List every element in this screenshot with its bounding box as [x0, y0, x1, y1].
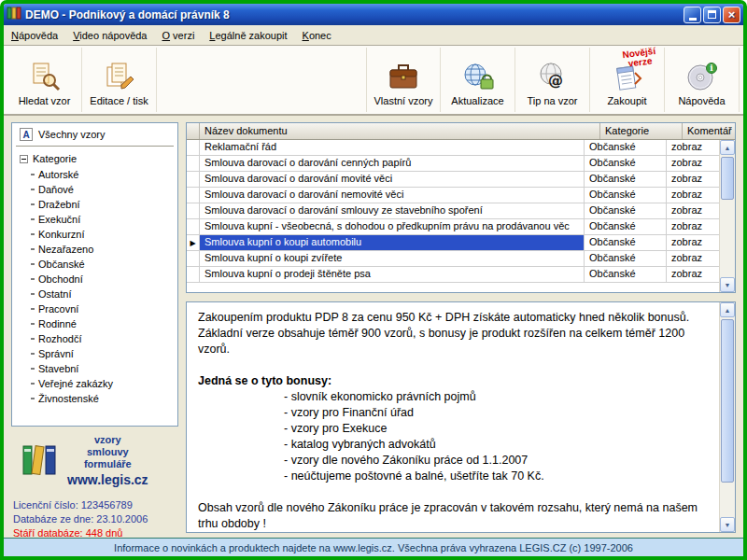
- window-controls: ×: [684, 7, 740, 23]
- table-row[interactable]: Smlouva darovací o darování smlouvy ze s…: [187, 203, 719, 219]
- header-gutter: [187, 123, 200, 139]
- cell-comment-link[interactable]: zobraz: [667, 156, 719, 171]
- row-gutter: [187, 267, 200, 282]
- status-bar: Informace o novinkách a produktech najde…: [4, 538, 743, 556]
- sidebar-item-spravni[interactable]: Správní: [14, 346, 176, 361]
- cell-document-name: Reklamační řád: [200, 140, 585, 155]
- cell-document-name: Smlouva darovací o darování nemovité věc…: [200, 188, 585, 203]
- sidebar-item-zivnostenske[interactable]: Živnostenské: [14, 391, 176, 406]
- scroll-thumb[interactable]: [721, 157, 734, 200]
- menu-item-legalne-zakoupit[interactable]: Legálně zakoupit: [202, 27, 294, 44]
- menu-item-konec[interactable]: Konec: [295, 27, 339, 44]
- cell-comment-link[interactable]: zobraz: [667, 235, 719, 250]
- books-logo-icon: [21, 440, 60, 483]
- sidebar-item-autorske[interactable]: Autorské: [14, 167, 176, 182]
- scroll-thumb[interactable]: [721, 319, 734, 483]
- header-category[interactable]: Kategorie: [600, 123, 683, 139]
- cell-comment-link[interactable]: zobraz: [667, 219, 719, 234]
- sidebar-item-pracovni[interactable]: Pracovní: [14, 301, 176, 316]
- minimize-button[interactable]: [684, 7, 701, 23]
- bonus-item: - vzory dle nového Zákoníku práce od 1.1…: [198, 453, 708, 469]
- sidebar-item-rozhodci[interactable]: Rozhodčí: [14, 331, 176, 346]
- sidebar-item-danove[interactable]: Daňové: [14, 182, 176, 197]
- sidebar-item-obcanske[interactable]: Občanské: [14, 257, 176, 272]
- maximize-button[interactable]: [703, 7, 721, 23]
- table-row[interactable]: Smlouva kupní - všeobecná, s dohodou o p…: [187, 219, 719, 235]
- table-row[interactable]: ▶Smlouva kupní o koupi automobiluObčansk…: [187, 235, 719, 251]
- toolbar-button-editace-tisk[interactable]: Editace / tisk: [82, 48, 157, 112]
- table-row[interactable]: Smlouva kupní o prodeji štěněte psaObčan…: [187, 267, 719, 283]
- info-panel: Zakoupením produktu PDP 8 za cenu 950 Kč…: [186, 301, 736, 533]
- toolbar-button-zakoupit[interactable]: Novější verze Zakoupit: [590, 48, 665, 112]
- row-gutter: [187, 188, 200, 203]
- header-comment[interactable]: Komentář: [683, 123, 735, 139]
- promo-paragraph-2: Obsah vzorů dle nového Zákoníku práce je…: [198, 500, 708, 532]
- collapse-icon[interactable]: [20, 155, 28, 163]
- cell-comment-link[interactable]: zobraz: [667, 188, 719, 203]
- sidebar-item-stavebni[interactable]: Stavební: [14, 361, 176, 376]
- table-row[interactable]: Smlouva kupní o koupi zvířeteObčanskézob…: [187, 251, 719, 267]
- info-scrollbar[interactable]: ▲ ▼: [719, 302, 735, 532]
- sidebar-item-konkurzni[interactable]: Konkurzní: [14, 227, 176, 242]
- toolbar-button-vlastni-vzory[interactable]: Vlastní vzory: [366, 48, 441, 112]
- sidebar-item-drazebni[interactable]: Dražební: [14, 197, 176, 212]
- cell-comment-link[interactable]: zobraz: [667, 203, 719, 218]
- license-info: Licenční číslo: 123456789 Databáze ze dn…: [11, 498, 178, 538]
- toolbar-button-napoveda[interactable]: i Nápověda: [665, 48, 740, 112]
- table-row[interactable]: Smlouva darovací o darování cenných papí…: [187, 156, 719, 172]
- sidebar-item-verejne-zakazky[interactable]: Veřejné zakázky: [14, 376, 176, 391]
- toolbar-button-tip-na-vzor[interactable]: @ Tip na vzor: [515, 48, 590, 112]
- row-gutter: [187, 156, 200, 171]
- legis-website-link[interactable]: www.legis.cz: [67, 472, 148, 487]
- left-sidebar: A Všechny vzory Kategorie AutorskéDaňové…: [11, 122, 178, 533]
- cell-comment-link[interactable]: zobraz: [667, 267, 719, 282]
- cell-comment-link[interactable]: zobraz: [667, 251, 719, 266]
- sidebar-item-rodinne[interactable]: Rodinné: [14, 316, 176, 331]
- database-age: Stáří databáze: 448 dnů: [13, 526, 178, 538]
- logo-word: formuláře: [84, 458, 132, 470]
- cell-comment-link[interactable]: zobraz: [667, 172, 719, 187]
- menu-item-napoveda[interactable]: Nápověda: [4, 27, 65, 44]
- scroll-track[interactable]: [720, 155, 735, 277]
- toolbar-button-label: Vlastní vzory: [374, 95, 433, 106]
- header-document-name[interactable]: Název dokumentu: [200, 123, 600, 139]
- menu-item-video-napoveda[interactable]: Video nápověda: [65, 27, 154, 44]
- cell-document-name: Smlouva kupní - všeobecná, s dohodou o p…: [200, 219, 585, 234]
- scroll-down-icon[interactable]: ▼: [720, 517, 735, 532]
- cell-comment-link[interactable]: zobraz: [667, 140, 719, 155]
- toolbar-button-hledat-vzor[interactable]: Hledat vzor: [7, 48, 82, 112]
- database-date: Databáze ze dne: 23.10.2006: [13, 512, 178, 526]
- main-content: A Všechny vzory Kategorie AutorskéDaňové…: [4, 116, 743, 538]
- table-row[interactable]: Smlouva darovací o darování nemovité věc…: [187, 188, 719, 203]
- menu-item-o-verzi[interactable]: O verzi: [155, 27, 203, 44]
- toolbar-button-aktualizace[interactable]: Aktualizace: [441, 48, 515, 112]
- sidebar-item-obchodni[interactable]: Obchodní: [14, 272, 176, 287]
- table-header: Název dokumentu Kategorie Komentář: [187, 123, 735, 140]
- close-button[interactable]: ×: [723, 7, 740, 23]
- table-row[interactable]: Reklamační řádObčanskézobraz: [187, 140, 719, 156]
- globe-lock-icon: [462, 59, 494, 92]
- scroll-up-icon[interactable]: ▲: [720, 140, 735, 155]
- table-scrollbar[interactable]: ▲ ▼: [719, 140, 735, 292]
- sidebar-item-exekucni[interactable]: Exekuční: [14, 212, 176, 227]
- row-gutter: [187, 172, 200, 187]
- legis-logo-block[interactable]: vzory smlouvy formuláře www.legis.cz: [11, 427, 178, 487]
- scroll-track[interactable]: [720, 317, 735, 517]
- legis-logo-text: vzory smlouvy formuláře www.legis.cz: [67, 434, 148, 487]
- cell-category: Občanské: [585, 172, 667, 187]
- table-row[interactable]: Smlouva darovací o darování movité věciO…: [187, 172, 719, 188]
- scroll-down-icon[interactable]: ▼: [720, 277, 735, 292]
- row-gutter: [187, 251, 200, 266]
- tree-root-label: Kategorie: [33, 153, 77, 164]
- cell-category: Občanské: [585, 267, 667, 282]
- maximize-icon: [708, 10, 716, 19]
- document-table: Název dokumentu Kategorie Komentář Rekla…: [186, 122, 736, 293]
- all-templates-item[interactable]: A Všechny vzory: [16, 126, 174, 147]
- bonus-item: - slovník ekonomicko právních pojmů: [198, 389, 708, 405]
- tree-root-kategorie[interactable]: Kategorie: [14, 150, 176, 167]
- cell-document-name: Smlouva kupní o prodeji štěněte psa: [200, 267, 585, 282]
- sidebar-item-nezarazeno[interactable]: Nezařazeno: [14, 242, 176, 257]
- sidebar-item-ostatni[interactable]: Ostatní: [14, 287, 176, 301]
- toolbar-button-label: Zakoupit: [607, 95, 646, 106]
- scroll-up-icon[interactable]: ▲: [720, 302, 735, 317]
